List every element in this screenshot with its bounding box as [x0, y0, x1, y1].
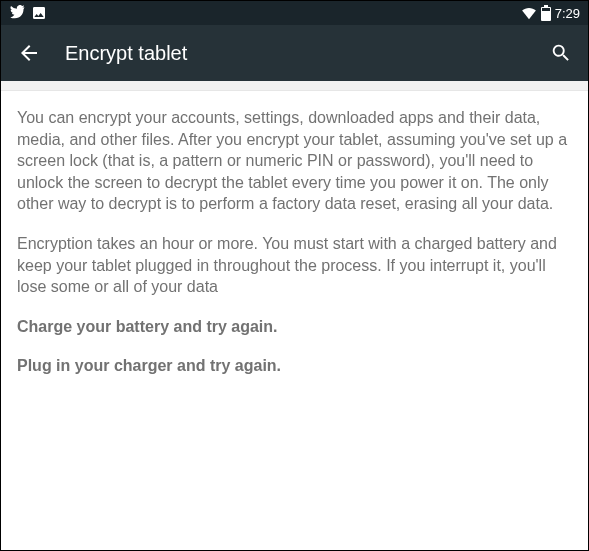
wifi-icon: [521, 6, 537, 21]
status-bar: 7:29: [1, 1, 588, 25]
subheader-strip: [1, 81, 588, 91]
status-clock: 7:29: [555, 6, 580, 21]
warning-charge-battery: Charge your battery and try again.: [17, 316, 572, 338]
search-button[interactable]: [550, 42, 572, 64]
page-title: Encrypt tablet: [65, 42, 550, 65]
image-icon: [31, 5, 47, 21]
warning-plug-charger: Plug in your charger and try again.: [17, 355, 572, 377]
battery-icon: [541, 5, 551, 21]
twitter-icon: [9, 5, 25, 21]
description-paragraph-2: Encryption takes an hour or more. You mu…: [17, 233, 572, 298]
content-area: You can encrypt your accounts, settings,…: [1, 91, 588, 411]
svg-rect-0: [542, 8, 550, 11]
description-paragraph-1: You can encrypt your accounts, settings,…: [17, 107, 572, 215]
app-bar: Encrypt tablet: [1, 25, 588, 81]
status-bar-left: [9, 5, 47, 21]
back-button[interactable]: [17, 41, 41, 65]
status-bar-right: 7:29: [521, 5, 580, 21]
